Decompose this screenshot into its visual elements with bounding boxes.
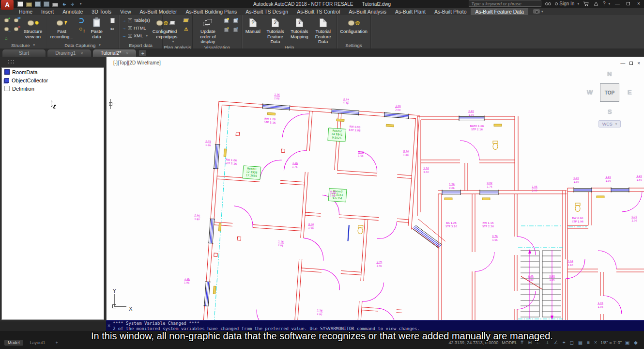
copy-page-icon[interactable]: [108, 16, 117, 24]
panel-label-export-data[interactable]: Export data: [119, 42, 162, 48]
structure-swap-icon[interactable]: ⇄: [12, 16, 20, 24]
svg-text:1.96: 1.96: [549, 278, 554, 281]
find-gaps-button[interactable]: Find gaps ▾: [165, 16, 180, 45]
export-xml-button[interactable]: →XXML▾: [121, 32, 151, 39]
panel-label-settings[interactable]: Settings: [337, 42, 370, 48]
panel-grip-handle[interactable]: [8, 60, 15, 63]
app-store-cart-icon[interactable]: [583, 1, 589, 6]
tab-asbuilt-analysis[interactable]: As-Built Analysis: [344, 8, 391, 15]
svg-text:0.90: 0.90: [308, 222, 314, 226]
qat-dropdown-icon[interactable]: ▾: [80, 2, 82, 6]
record-camera-icon[interactable]: [533, 9, 540, 14]
window-restore-button[interactable]: [625, 1, 631, 7]
structure-delete-icon[interactable]: ×: [12, 25, 20, 33]
paste-data-button[interactable]: Paste data: [87, 16, 107, 39]
tab-asbuilt-modeler[interactable]: As-Built Modeler: [136, 8, 182, 15]
dimension-mark: 0.901.80: [573, 176, 579, 183]
window: [203, 100, 409, 319]
tab-asbuilt-plant[interactable]: As-Built Plant: [391, 8, 430, 15]
database-icon: [348, 20, 354, 26]
flag-icon[interactable]: [182, 16, 190, 24]
tutorials-feature-data-button[interactable]: 2 Tutorials Feature Data: [263, 16, 288, 45]
fast-recording-button[interactable]: Fast recording...: [48, 16, 75, 39]
tab-asbuilt-photo[interactable]: As-Built Photo: [430, 8, 471, 15]
dimension-mark: 1.261.76: [292, 161, 298, 168]
print-icon[interactable]: [52, 3, 58, 7]
warning-icon[interactable]: ⚠: [182, 25, 190, 33]
close-icon[interactable]: ×: [126, 51, 128, 56]
export-html-button[interactable]: →HHTML: [121, 24, 151, 32]
doc-tab-start[interactable]: Start: [2, 49, 46, 57]
svg-text:1.16: 1.16: [423, 167, 429, 170]
panel-structure: ★ ⇄ → × ⌂ Structure view on Structure▾: [0, 15, 46, 48]
structure-move-icon[interactable]: →: [2, 25, 11, 33]
sign-in-button[interactable]: Sign In ▾: [555, 1, 579, 6]
save-icon[interactable]: [35, 1, 41, 7]
tab-asbuilt-ts-design[interactable]: As-Built TS Design: [241, 8, 292, 15]
doc-tab-drawing1[interactable]: Drawing1×: [47, 49, 92, 57]
tutorial-feature-data-button[interactable]: Tutorial Feature Data: [311, 16, 335, 45]
gap-shape-icon: [169, 21, 175, 25]
dimension-mark: 0.991.76: [487, 181, 492, 188]
tab-view[interactable]: View: [116, 8, 136, 15]
tab-3d-tools[interactable]: 3D Tools: [87, 8, 116, 15]
tree-item-definition[interactable]: Definition: [2, 84, 104, 93]
left-building: Room1 12.1938 17.2666 Room2 14.2841 9.50…: [181, 87, 420, 320]
show-day-icon[interactable]: [223, 16, 230, 24]
camera-dropdown-icon[interactable]: ▾: [541, 10, 543, 14]
html-icon: H: [128, 26, 132, 30]
svg-text:STP 2.16: STP 2.16: [225, 161, 237, 165]
window-minimize-button[interactable]: —: [614, 1, 621, 7]
sync-icon[interactable]: [77, 16, 85, 24]
quick-access-toolbar: ▾: [17, 1, 82, 7]
search-binoculars-icon[interactable]: [545, 2, 551, 5]
redo-icon[interactable]: [70, 1, 76, 7]
cut-x-icon[interactable]: ✂: [108, 25, 117, 33]
new-drawing-tab-button[interactable]: +: [139, 50, 146, 56]
configuration-button[interactable]: Configuration: [339, 16, 368, 34]
svg-text:1.16: 1.16: [278, 240, 284, 243]
tree-item-objectcollector[interactable]: ObjectCollector: [2, 76, 104, 84]
undo-icon[interactable]: [61, 1, 67, 7]
tab-home[interactable]: Home: [15, 8, 37, 15]
svg-text:1.80: 1.80: [573, 180, 579, 183]
tutorials-mapping-button[interactable]: 1 Tutorials Mapping: [289, 16, 310, 39]
export-tables-button[interactable]: →TTable(s): [121, 16, 151, 24]
tab-asbuilt-feature-data[interactable]: As-Built Feature Data: [471, 8, 528, 15]
tab-asbuilt-ts-control[interactable]: As-Built TS Control: [292, 8, 344, 15]
drawing-canvas[interactable]: Y X: [106, 57, 644, 320]
close-icon[interactable]: ×: [80, 51, 83, 56]
tab-asbuilt-building-plans[interactable]: As-Built Building Plans: [182, 8, 242, 15]
svg-text:STP 2.16: STP 2.16: [471, 128, 483, 131]
app-logo-icon[interactable]: A: [1, 0, 14, 10]
command-line[interactable]: × **** System Variable Changed **** 2 of…: [106, 320, 644, 331]
tab-annotate[interactable]: Annotate: [58, 8, 87, 15]
help-icon[interactable]: ?▾: [603, 1, 610, 6]
structure-view-on-button[interactable]: Structure view on: [22, 16, 44, 39]
command-close-icon[interactable]: ×: [107, 323, 110, 328]
staircase: [521, 249, 561, 320]
tree-item-roomdata[interactable]: RoomData: [2, 68, 104, 76]
window-close-button[interactable]: ×: [635, 1, 642, 7]
doc-tab-tutorial2[interactable]: Tutorial2*×: [92, 49, 137, 57]
hide-day-icon[interactable]: [223, 26, 230, 33]
panel-label-data-capturing[interactable]: Data Capturing▾: [46, 42, 119, 48]
find-gaps-dropdown-icon: ▾: [172, 39, 174, 45]
save-as-icon[interactable]: [44, 1, 49, 7]
manual-button[interactable]: ? Manual: [244, 16, 262, 34]
room-label: Room2 14.2841 9.5026: [328, 128, 346, 142]
tab-insert[interactable]: Insert: [37, 8, 58, 15]
panel-label-structure[interactable]: Structure▾: [0, 42, 46, 48]
dimension-mark: 0.761.80: [403, 149, 409, 157]
update-order-button[interactable]: Update order of display: [195, 16, 221, 45]
hide-select-icon[interactable]: [232, 26, 240, 33]
show-select-icon[interactable]: [232, 16, 240, 24]
new-file-icon[interactable]: [17, 1, 23, 7]
exchange-apps-icon[interactable]: [593, 1, 599, 6]
structure-add-icon[interactable]: ★: [2, 16, 11, 24]
open-file-icon[interactable]: [26, 2, 32, 7]
user-warning-icon[interactable]: !: [77, 25, 85, 33]
svg-text:1.56: 1.56: [492, 238, 497, 241]
structure-home-icon[interactable]: ⌂: [2, 34, 11, 42]
search-input[interactable]: Type a keyword or phrase: [469, 0, 541, 7]
